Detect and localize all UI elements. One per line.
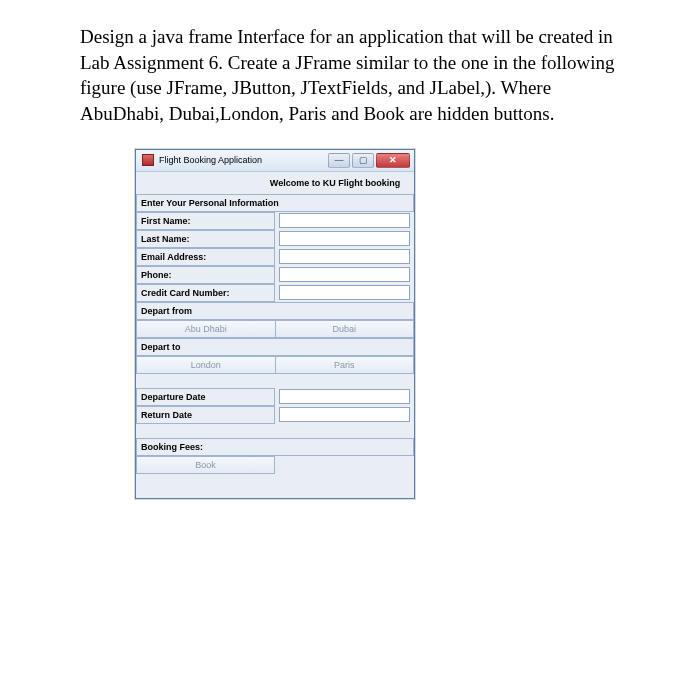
row-first-name: First Name: (136, 212, 414, 230)
email-input[interactable] (279, 249, 410, 264)
close-icon: ✕ (389, 156, 397, 165)
depart-from-row: Abu Dhabi Dubai (136, 320, 414, 338)
paris-button[interactable]: Paris (276, 356, 415, 374)
last-name-label: Last Name: (136, 230, 275, 248)
welcome-label: Welcome to KU Flight booking (136, 172, 414, 194)
dubai-button[interactable]: Dubai (276, 320, 415, 338)
cc-input[interactable] (279, 285, 410, 300)
departure-date-label: Departure Date (136, 388, 275, 406)
last-name-input[interactable] (279, 231, 410, 246)
book-button[interactable]: Book (136, 456, 275, 474)
phone-label: Phone: (136, 266, 275, 284)
depart-from-label: Depart from (136, 302, 414, 320)
section-personal-label: Enter Your Personal Information (136, 194, 414, 212)
booking-fees-label: Booking Fees: (136, 438, 414, 456)
row-last-name: Last Name: (136, 230, 414, 248)
maximize-button[interactable]: ▢ (352, 153, 374, 168)
return-date-input[interactable] (279, 407, 410, 422)
row-phone: Phone: (136, 266, 414, 284)
depart-to-row: London Paris (136, 356, 414, 374)
close-button[interactable]: ✕ (376, 153, 410, 168)
first-name-input[interactable] (279, 213, 410, 228)
jframe-window: Flight Booking Application — ▢ ✕ Welcome… (135, 149, 415, 499)
cc-label: Credit Card Number: (136, 284, 275, 302)
book-row: Book (136, 456, 414, 474)
row-email: Email Address: (136, 248, 414, 266)
first-name-label: First Name: (136, 212, 275, 230)
titlebar: Flight Booking Application — ▢ ✕ (136, 150, 414, 172)
london-button[interactable]: London (136, 356, 276, 374)
email-label: Email Address: (136, 248, 275, 266)
maximize-icon: ▢ (359, 156, 368, 165)
minimize-icon: — (335, 156, 344, 165)
minimize-button[interactable]: — (328, 153, 350, 168)
phone-input[interactable] (279, 267, 410, 282)
window-title: Flight Booking Application (159, 155, 326, 165)
instructions-text: Design a java frame Interface for an app… (80, 24, 619, 127)
departure-date-input[interactable] (279, 389, 410, 404)
row-cc: Credit Card Number: (136, 284, 414, 302)
content-pane: Welcome to KU Flight booking Enter Your … (136, 172, 414, 498)
depart-to-label: Depart to (136, 338, 414, 356)
row-return-date: Return Date (136, 406, 414, 424)
row-departure-date: Departure Date (136, 388, 414, 406)
app-icon (142, 154, 154, 166)
abu-dhabi-button[interactable]: Abu Dhabi (136, 320, 276, 338)
return-date-label: Return Date (136, 406, 275, 424)
